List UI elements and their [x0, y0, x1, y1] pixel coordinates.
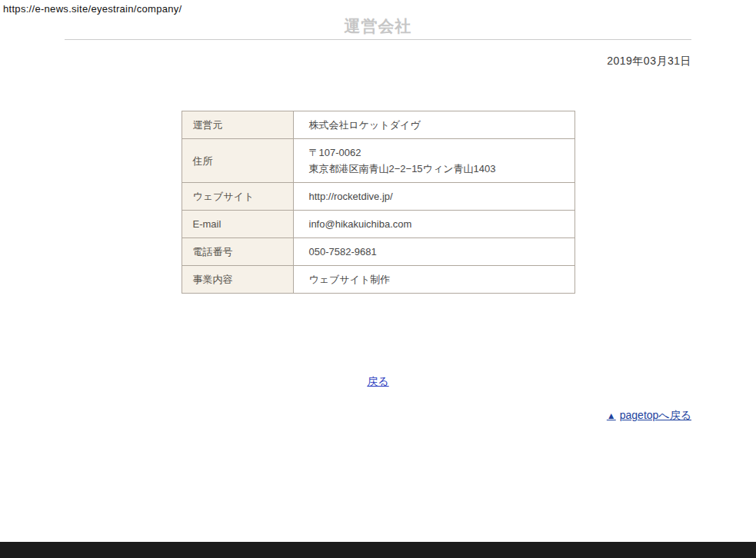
row-value: 〒107-0062 東京都港区南青山2−2−15ウィン青山1403 [293, 139, 574, 183]
row-label: 電話番号 [182, 238, 293, 266]
page-url: https://e-news.site/eyestrain/company/ [3, 3, 182, 15]
row-value: info@hikakuichiba.com [293, 211, 574, 238]
row-label: ウェブサイト [182, 183, 293, 211]
title-divider [65, 39, 691, 40]
page-date: 2019年03月31日 [65, 55, 691, 68]
footer-bar [0, 542, 756, 558]
main-content: 運営会社 2019年03月31日 運営元 株式会社ロケットダイヴ 住所 〒107… [65, 0, 691, 423]
table-row: 事業内容 ウェブサイト制作 [182, 266, 574, 294]
pagetop-container: ▲pagetopへ戻る [65, 408, 691, 423]
back-link[interactable]: 戻る [367, 375, 388, 387]
table-row: 運営元 株式会社ロケットダイヴ [182, 111, 574, 139]
pagetop-label: pagetopへ戻る [620, 409, 691, 421]
table-row: 電話番号 050-7582-9681 [182, 238, 574, 266]
table-row: E-mail info@hikakuichiba.com [182, 211, 574, 238]
row-value: ウェブサイト制作 [293, 266, 574, 294]
up-triangle-icon: ▲ [607, 410, 616, 421]
pagetop-link[interactable]: ▲pagetopへ戻る [607, 409, 691, 421]
row-value: http://rocketdive.jp/ [293, 183, 574, 211]
back-link-container: 戻る [65, 374, 691, 389]
row-label: 住所 [182, 139, 293, 183]
page-title: 運営会社 [65, 18, 691, 35]
row-label: E-mail [182, 211, 293, 238]
company-info-table: 運営元 株式会社ロケットダイヴ 住所 〒107-0062 東京都港区南青山2−2… [182, 111, 575, 294]
row-label: 事業内容 [182, 266, 293, 294]
row-label: 運営元 [182, 111, 293, 139]
row-value: 株式会社ロケットダイヴ [293, 111, 574, 139]
row-value: 050-7582-9681 [293, 238, 574, 266]
table-row: ウェブサイト http://rocketdive.jp/ [182, 183, 574, 211]
table-row: 住所 〒107-0062 東京都港区南青山2−2−15ウィン青山1403 [182, 139, 574, 183]
